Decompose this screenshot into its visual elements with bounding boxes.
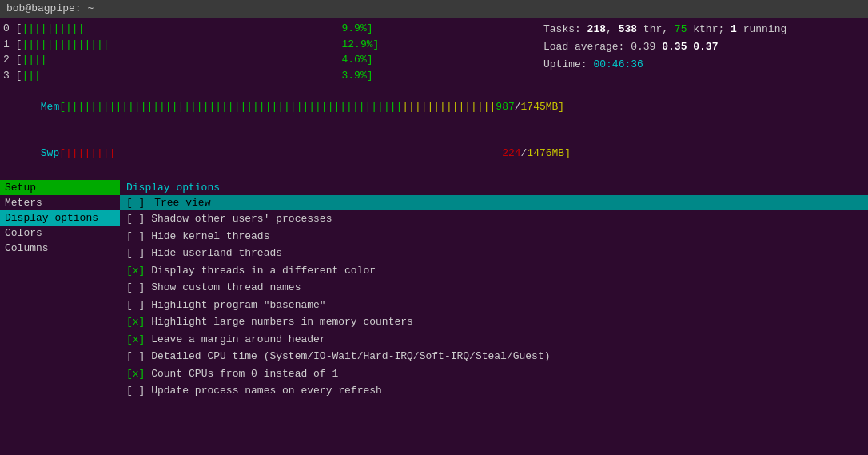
cpu-row-0: 0 [|||||||||| 9.9%]: [3, 21, 528, 37]
option-text-5: Highlight program "basename": [151, 299, 325, 311]
uptime-label: Uptime:: [543, 58, 593, 70]
checkbox-0: [ ]: [126, 213, 151, 225]
system-stats: Tasks: 218, 538 thr, 75 kthr; 1 running …: [528, 21, 868, 177]
checkbox-6: [x]: [126, 316, 151, 328]
sidebar-item-display-options[interactable]: Display options: [0, 210, 120, 226]
tasks-label: Tasks:: [543, 23, 587, 35]
mem-row: Mem[||||||||||||||||||||||||||||||||||||…: [3, 83, 528, 130]
cpu-open-0: [: [10, 22, 22, 34]
load-label: Load average:: [543, 41, 631, 53]
subheader-checkbox: [ ]: [126, 197, 145, 209]
options-list: [ ] Shadow other users' processes[ ] Hid…: [120, 210, 868, 400]
option-text-7: Leave a margin around header: [151, 333, 325, 345]
content-header-label: Display options: [126, 182, 220, 194]
mem-bar: [|||||||||||||||||||||||||||||||||||||||…: [59, 101, 402, 113]
tasks-sep1: ,: [606, 23, 619, 35]
option-text-6: Highlight large numbers in memory counte…: [151, 316, 413, 328]
option-text-8: Detailed CPU time (System/IO-Wait/Hard-I…: [151, 350, 550, 362]
option-row-2[interactable]: [ ] Hide userland threads: [120, 245, 868, 262]
checkbox-5: [ ]: [126, 299, 151, 311]
option-text-3: Display threads in a different color: [151, 265, 376, 277]
sidebar-header-label: Setup: [5, 182, 36, 194]
option-row-9[interactable]: [x] Count CPUs from 0 instead of 1: [120, 365, 868, 383]
content-header: Display options: [120, 180, 868, 195]
cpu-pct-3: 3.9%]: [334, 70, 373, 82]
swp-bar-empty: [115, 147, 502, 159]
option-row-10[interactable]: [ ] Update process names on every refres…: [120, 382, 868, 400]
cpu-num-1: 1: [3, 38, 10, 50]
checkbox-9: [x]: [126, 368, 151, 380]
option-text-0: Shadow other users' processes: [151, 213, 332, 225]
option-row-6[interactable]: [x] Highlight large numbers in memory co…: [120, 313, 868, 331]
cpu-open-2: [: [10, 54, 22, 66]
sidebar-items: MetersDisplay optionsColorsColumns: [0, 195, 120, 256]
metrics-area: 0 [|||||||||| 9.9%]1 [|||||||||||||| 12.…: [0, 18, 868, 180]
swp-bar: [||||||||: [59, 147, 115, 159]
uptime-line: Uptime: 00:46:36: [543, 56, 868, 74]
cpu-open-1: [: [10, 38, 22, 50]
sidebar-item-columns[interactable]: Columns: [0, 241, 120, 256]
option-row-5[interactable]: [ ] Highlight program "basename": [120, 297, 868, 314]
mem-bar-yellow: |||||||||||||||: [402, 101, 496, 113]
option-text-9: Count CPUs from 0 instead of 1: [151, 368, 338, 380]
titlebar-text: bob@bagpipe: ~: [6, 2, 94, 14]
cpu-open-3: [: [10, 70, 22, 82]
tasks-val: 218: [587, 23, 606, 35]
mem-val: 987: [496, 101, 514, 113]
cpu-bar-1: ||||||||||||||: [22, 38, 109, 50]
option-text-10: Update process names on every refresh: [151, 385, 382, 397]
load15: 0.37: [693, 41, 718, 53]
cpu-pct-1: 12.9%]: [334, 38, 380, 50]
swp-row: Swp[|||||||| 224/1476MB]: [3, 130, 528, 178]
tasks-sep2: thr,: [637, 23, 675, 35]
tasks-sep3: kthr;: [687, 23, 731, 35]
load-line: Load average: 0.39 0.35 0.37: [543, 38, 868, 56]
cpu-empty-2: [47, 54, 334, 66]
option-row-8[interactable]: [ ] Detailed CPU time (System/IO-Wait/Ha…: [120, 348, 868, 365]
sidebar-item-meters[interactable]: Meters: [0, 195, 120, 210]
cpu-pct-2: 4.6%]: [334, 54, 373, 66]
running-val: 1: [731, 23, 737, 35]
swp-val: 224: [502, 147, 520, 159]
option-row-4[interactable]: [ ] Show custom thread names: [120, 279, 868, 297]
cpu-num-3: 3: [3, 70, 10, 82]
thr-val: 538: [619, 23, 637, 35]
checkbox-4: [ ]: [126, 281, 151, 293]
tasks-line: Tasks: 218, 538 thr, 75 kthr; 1 running: [543, 21, 868, 38]
option-row-1[interactable]: [ ] Hide kernel threads: [120, 228, 868, 245]
load1: 0.39: [631, 41, 662, 53]
cpu-row-1: 1 [|||||||||||||| 12.9%]: [3, 37, 528, 53]
sidebar: Setup MetersDisplay optionsColorsColumns: [0, 180, 120, 455]
checkbox-10: [ ]: [126, 385, 151, 397]
option-text-4: Show custom thread names: [151, 281, 301, 293]
load5: 0.35: [662, 41, 693, 53]
cpu-row-2: 2 [|||| 4.6%]: [3, 52, 528, 68]
cpu-bar-3: |||: [22, 70, 40, 82]
content-subheader[interactable]: [ ] Tree view: [120, 195, 868, 210]
cpu-bar-0: ||||||||||: [22, 22, 84, 34]
option-text-1: Hide kernel threads: [151, 230, 269, 242]
option-row-7[interactable]: [x] Leave a margin around header: [120, 331, 868, 349]
checkbox-8: [ ]: [126, 350, 151, 362]
option-row-3[interactable]: [x] Display threads in a different color: [120, 262, 868, 280]
sidebar-item-colors[interactable]: Colors: [0, 226, 120, 241]
option-row-0[interactable]: [ ] Shadow other users' processes: [120, 210, 868, 228]
mem-label: Mem: [41, 101, 59, 113]
cpu-pct-0: 9.9%]: [334, 22, 373, 34]
cpu-empty-3: [41, 70, 334, 82]
sidebar-header[interactable]: Setup: [0, 180, 120, 195]
uptime-val: 00:46:36: [593, 58, 643, 70]
tasks-sep4: running: [737, 23, 786, 35]
cpu-num-2: 2: [3, 54, 10, 66]
swp-label: Swp: [41, 147, 59, 159]
titlebar: bob@bagpipe: ~: [0, 0, 868, 18]
cpu-bar-2: ||||: [22, 54, 46, 66]
cpu-row-3: 3 [||| 3.9%]: [3, 68, 528, 84]
checkbox-2: [ ]: [126, 247, 151, 259]
mem-sep: /: [515, 101, 521, 113]
content-panel: Display options [ ] Tree view [ ] Shadow…: [120, 180, 868, 455]
kthr-val: 75: [675, 23, 687, 35]
cpu-empty-0: [84, 22, 333, 34]
main-area: Setup MetersDisplay optionsColorsColumns…: [0, 180, 868, 455]
checkbox-3: [x]: [126, 265, 151, 277]
